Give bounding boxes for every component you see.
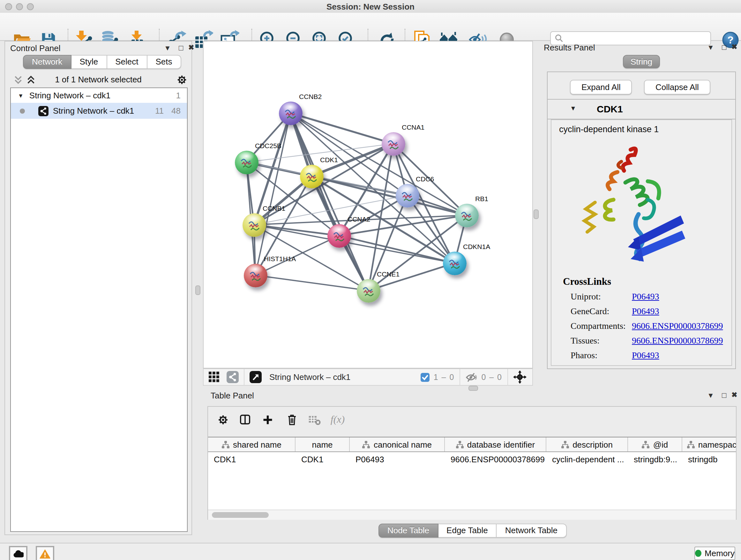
column-header-shared-name[interactable]: shared name xyxy=(208,437,295,451)
network-node-CDKN1A[interactable]: CDKN1A xyxy=(443,251,466,275)
scrollbar-thumb[interactable] xyxy=(212,512,269,518)
table-cell[interactable]: 9606.ENSP00000378699 xyxy=(445,452,546,467)
memory-button[interactable]: Memory xyxy=(694,547,735,560)
column-header-name[interactable]: name xyxy=(295,437,350,451)
section-expander-icon[interactable]: ▼ xyxy=(570,105,576,112)
left-splitter-handle[interactable] xyxy=(195,286,200,295)
network-view-title: String Network – cdk1 xyxy=(269,372,350,382)
gear-icon[interactable] xyxy=(176,74,188,85)
crosslink-label: Tissues: xyxy=(570,336,632,346)
crosslink-link[interactable]: 9606.ENSP00000378699 xyxy=(632,336,723,346)
panel-close-icon[interactable]: ✖ xyxy=(731,43,737,51)
network-edge[interactable] xyxy=(254,225,339,236)
control-panel-title: Control Panel xyxy=(10,44,61,53)
panel-float-icon[interactable]: □ xyxy=(722,391,727,400)
results-panel: Results Panel ▼ □ ✖ String Expand All Co… xyxy=(536,40,738,389)
network-node-CDC25B[interactable]: CDC25B xyxy=(234,150,258,174)
node-label: HIST1H1A xyxy=(264,254,296,262)
selected-checkbox-icon[interactable] xyxy=(421,373,430,381)
panel-menu-icon[interactable]: ▼ xyxy=(707,391,714,399)
crosslink-link[interactable]: P06493 xyxy=(632,307,659,317)
table-cell[interactable]: stringdb xyxy=(682,452,736,467)
network-node-CDK1[interactable]: CDK1 xyxy=(300,165,323,188)
panel-menu-icon[interactable]: ▼ xyxy=(707,44,714,51)
network-node-HIST1H1A[interactable]: HIST1H1A xyxy=(244,263,267,287)
table-row[interactable]: CDK1CDK1P064939606.ENSP00000378699cyclin… xyxy=(208,452,736,467)
column-header-database-identifier[interactable]: database identifier xyxy=(445,437,546,451)
tree-expander-icon[interactable]: ▼ xyxy=(18,92,23,99)
delete-column-button[interactable] xyxy=(283,411,300,428)
columns-icon xyxy=(239,413,252,426)
network-node-CCNA2[interactable]: CCNA2 xyxy=(327,224,351,247)
reset-position-icon[interactable] xyxy=(513,370,527,384)
table-cell[interactable]: CDK1 xyxy=(208,452,295,467)
network-edge[interactable] xyxy=(290,113,467,215)
tab-style[interactable]: Style xyxy=(71,55,107,69)
plus-icon xyxy=(261,414,273,426)
crosslink-link[interactable]: 9606.ENSP00000378699 xyxy=(632,321,723,331)
birdseye-grid-icon[interactable] xyxy=(209,372,219,382)
tab-select[interactable]: Select xyxy=(107,55,147,69)
table-cell[interactable]: cyclin-dependent ... xyxy=(546,452,628,467)
collapse-all-button[interactable]: Collapse All xyxy=(644,80,711,95)
network-edge[interactable] xyxy=(290,113,368,291)
crosslink-link[interactable]: P06493 xyxy=(632,292,659,302)
crosslink-link[interactable]: P06493 xyxy=(632,351,659,361)
network-node-RB1[interactable]: RB1 xyxy=(455,203,478,227)
tab-network[interactable]: Network xyxy=(23,55,71,69)
network-selection-bar: 1 of 1 Network selected xyxy=(5,72,192,87)
delete-table-button[interactable] xyxy=(306,411,322,428)
fx-icon: f(x) xyxy=(331,414,345,425)
column-header-namespace[interactable]: namespace xyxy=(682,437,736,451)
network-node-CCNA1[interactable]: CCNA1 xyxy=(381,132,405,155)
expand-all-button[interactable]: Expand All xyxy=(570,80,632,95)
table-cell[interactable]: stringdb:9... xyxy=(628,452,682,467)
table-settings-button[interactable] xyxy=(214,411,231,428)
network-node-CDC6[interactable]: CDC6 xyxy=(395,184,419,207)
window-title: Session: New Session xyxy=(0,2,741,11)
network-icon-gray[interactable] xyxy=(226,371,239,383)
column-header-description[interactable]: description xyxy=(546,437,628,451)
table-horizontal-scrollbar[interactable] xyxy=(208,509,736,520)
network-node-CCNB2[interactable]: CCNB2 xyxy=(279,101,302,125)
column-header--id[interactable]: @id xyxy=(628,437,682,451)
network-edge[interactable] xyxy=(290,113,393,144)
column-header-canonical-name[interactable]: canonical name xyxy=(350,437,445,451)
node-label: CCNA2 xyxy=(347,215,370,223)
tab-network-table[interactable]: Network Table xyxy=(497,523,566,538)
node-label: CCNA1 xyxy=(402,123,424,131)
network-edge[interactable] xyxy=(255,275,368,291)
network-edge[interactable] xyxy=(339,236,455,263)
network-collection-row[interactable]: ▼ String Network – cdk1 1 xyxy=(11,88,187,103)
table-cell[interactable]: P06493 xyxy=(350,452,445,467)
network-row[interactable]: String Network – cdk1 11 48 xyxy=(11,103,187,119)
network-node-CCNB1[interactable]: CCNB1 xyxy=(242,213,266,237)
panel-menu-icon[interactable]: ▼ xyxy=(164,44,171,52)
panel-float-icon[interactable]: □ xyxy=(722,43,727,52)
warnings-button[interactable] xyxy=(36,546,54,560)
node-label: CDC6 xyxy=(416,175,434,182)
network-edge[interactable] xyxy=(255,113,290,275)
table-cell[interactable]: CDK1 xyxy=(295,452,350,467)
open-in-window-icon[interactable] xyxy=(250,371,262,383)
status-bar: Memory xyxy=(0,543,741,560)
panel-float-icon[interactable]: □ xyxy=(179,44,184,52)
jobs-status-button[interactable] xyxy=(9,546,27,560)
crosslink-label: Pharos: xyxy=(570,351,632,361)
create-column-button[interactable] xyxy=(259,411,276,428)
panel-close-icon[interactable]: ✖ xyxy=(188,44,194,52)
gene-section-header[interactable]: ▼ CDK1 xyxy=(548,100,735,119)
show-columns-button[interactable] xyxy=(237,411,253,428)
tab-node-table[interactable]: Node Table xyxy=(379,523,438,538)
tab-edge-table[interactable]: Edge Table xyxy=(438,523,497,538)
panel-close-icon[interactable]: ✖ xyxy=(731,391,737,399)
network-node-CCNE1[interactable]: CCNE1 xyxy=(356,279,380,302)
function-builder-button[interactable]: f(x) xyxy=(329,411,346,428)
tab-sets[interactable]: Sets xyxy=(147,55,181,69)
network-view-canvas[interactable]: CCNB2CCNA1CDC25BCDK1CDC6RB1CCNB1CCNA2CDK… xyxy=(203,41,533,368)
tab-string[interactable]: String xyxy=(623,55,660,68)
table-panel-title: Table Panel xyxy=(211,391,254,400)
node-label: CCNB1 xyxy=(263,204,285,212)
network-status-dot xyxy=(20,108,25,113)
trash-icon xyxy=(286,413,298,426)
